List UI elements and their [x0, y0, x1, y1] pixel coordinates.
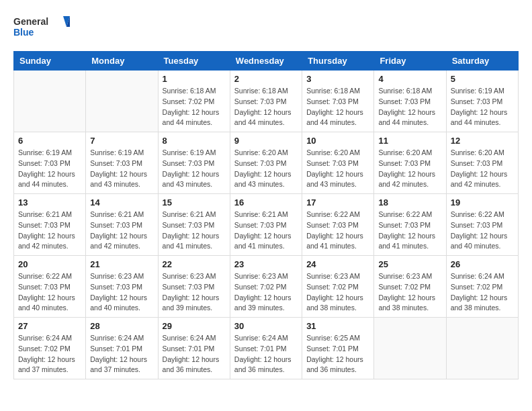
day-number: 2 — [234, 74, 298, 84]
day-detail: Sunrise: 6:23 AM Sunset: 7:02 PM Dayligh… — [378, 271, 441, 314]
day-detail: Sunrise: 6:22 AM Sunset: 7:03 PM Dayligh… — [18, 271, 81, 314]
calendar-cell: 5Sunrise: 6:19 AM Sunset: 7:03 PM Daylig… — [446, 71, 518, 132]
day-number: 8 — [163, 136, 226, 146]
day-number: 4 — [378, 74, 441, 84]
calendar-cell: 30Sunrise: 6:24 AM Sunset: 7:01 PM Dayli… — [230, 318, 302, 379]
calendar-cell: 23Sunrise: 6:23 AM Sunset: 7:02 PM Dayli… — [230, 256, 302, 318]
day-detail: Sunrise: 6:19 AM Sunset: 7:03 PM Dayligh… — [451, 86, 514, 128]
day-detail: Sunrise: 6:20 AM Sunset: 7:03 PM Dayligh… — [378, 148, 441, 190]
page-header: General Blue — [13, 13, 519, 40]
day-detail: Sunrise: 6:24 AM Sunset: 7:02 PM Dayligh… — [451, 271, 514, 314]
calendar-cell: 4Sunrise: 6:18 AM Sunset: 7:03 PM Daylig… — [374, 71, 446, 132]
day-detail: Sunrise: 6:25 AM Sunset: 7:01 PM Dayligh… — [306, 333, 369, 375]
logo: General Blue — [13, 13, 74, 40]
calendar-cell: 29Sunrise: 6:24 AM Sunset: 7:01 PM Dayli… — [158, 318, 230, 379]
day-detail: Sunrise: 6:21 AM Sunset: 7:03 PM Dayligh… — [163, 210, 226, 252]
day-header-wednesday: Wednesday — [230, 52, 302, 71]
day-number: 15 — [163, 197, 226, 208]
day-detail: Sunrise: 6:20 AM Sunset: 7:03 PM Dayligh… — [306, 148, 369, 190]
svg-text:Blue: Blue — [13, 27, 34, 38]
day-number: 21 — [90, 259, 153, 269]
day-number: 13 — [18, 197, 81, 208]
calendar-cell: 22Sunrise: 6:23 AM Sunset: 7:03 PM Dayli… — [158, 256, 230, 318]
day-number: 24 — [306, 259, 369, 269]
calendar-cell: 3Sunrise: 6:18 AM Sunset: 7:03 PM Daylig… — [302, 71, 374, 132]
day-detail: Sunrise: 6:23 AM Sunset: 7:02 PM Dayligh… — [234, 271, 298, 314]
calendar-cell: 31Sunrise: 6:25 AM Sunset: 7:01 PM Dayli… — [302, 318, 374, 379]
day-header-tuesday: Tuesday — [158, 52, 230, 71]
day-number: 19 — [451, 197, 514, 208]
day-detail: Sunrise: 6:20 AM Sunset: 7:03 PM Dayligh… — [451, 148, 514, 190]
day-number: 7 — [90, 136, 153, 146]
day-number: 31 — [306, 321, 369, 331]
calendar-cell: 2Sunrise: 6:18 AM Sunset: 7:03 PM Daylig… — [230, 71, 302, 132]
calendar-cell — [446, 318, 518, 379]
day-detail: Sunrise: 6:19 AM Sunset: 7:03 PM Dayligh… — [90, 148, 153, 190]
calendar-cell: 20Sunrise: 6:22 AM Sunset: 7:03 PM Dayli… — [14, 256, 86, 318]
day-number: 30 — [234, 321, 298, 331]
day-detail: Sunrise: 6:20 AM Sunset: 7:03 PM Dayligh… — [234, 148, 298, 190]
day-detail: Sunrise: 6:24 AM Sunset: 7:01 PM Dayligh… — [90, 333, 153, 375]
day-detail: Sunrise: 6:24 AM Sunset: 7:01 PM Dayligh… — [163, 333, 226, 375]
day-detail: Sunrise: 6:18 AM Sunset: 7:03 PM Dayligh… — [378, 86, 441, 128]
day-header-row: SundayMondayTuesdayWednesdayThursdayFrid… — [14, 52, 519, 71]
day-detail: Sunrise: 6:23 AM Sunset: 7:03 PM Dayligh… — [163, 271, 226, 314]
day-number: 22 — [163, 259, 226, 269]
day-header-monday: Monday — [86, 52, 158, 71]
calendar-cell: 1Sunrise: 6:18 AM Sunset: 7:02 PM Daylig… — [158, 71, 230, 132]
calendar-cell: 27Sunrise: 6:24 AM Sunset: 7:02 PM Dayli… — [14, 318, 86, 379]
calendar-cell: 6Sunrise: 6:19 AM Sunset: 7:03 PM Daylig… — [14, 132, 86, 194]
calendar-cell: 8Sunrise: 6:19 AM Sunset: 7:03 PM Daylig… — [158, 132, 230, 194]
logo-svg: General Blue — [13, 13, 74, 40]
day-number: 9 — [234, 136, 298, 146]
week-row-4: 20Sunrise: 6:22 AM Sunset: 7:03 PM Dayli… — [14, 256, 519, 318]
day-number: 27 — [18, 321, 81, 331]
day-detail: Sunrise: 6:19 AM Sunset: 7:03 PM Dayligh… — [18, 148, 81, 190]
day-detail: Sunrise: 6:21 AM Sunset: 7:03 PM Dayligh… — [90, 210, 153, 252]
calendar-cell: 7Sunrise: 6:19 AM Sunset: 7:03 PM Daylig… — [86, 132, 158, 194]
day-number: 28 — [90, 321, 153, 331]
calendar-cell: 12Sunrise: 6:20 AM Sunset: 7:03 PM Dayli… — [446, 132, 518, 194]
calendar-cell: 18Sunrise: 6:22 AM Sunset: 7:03 PM Dayli… — [374, 194, 446, 256]
day-header-sunday: Sunday — [14, 52, 86, 71]
day-number: 6 — [18, 136, 81, 146]
calendar-cell: 24Sunrise: 6:23 AM Sunset: 7:02 PM Dayli… — [302, 256, 374, 318]
day-number: 23 — [234, 259, 298, 269]
day-detail: Sunrise: 6:23 AM Sunset: 7:03 PM Dayligh… — [90, 271, 153, 314]
day-number: 17 — [306, 197, 369, 208]
day-detail: Sunrise: 6:19 AM Sunset: 7:03 PM Dayligh… — [163, 148, 226, 190]
day-number: 29 — [163, 321, 226, 331]
day-number: 1 — [163, 74, 226, 84]
day-number: 10 — [306, 136, 369, 146]
calendar-cell: 21Sunrise: 6:23 AM Sunset: 7:03 PM Dayli… — [86, 256, 158, 318]
day-detail: Sunrise: 6:18 AM Sunset: 7:03 PM Dayligh… — [306, 86, 369, 128]
day-number: 14 — [90, 197, 153, 208]
day-detail: Sunrise: 6:24 AM Sunset: 7:01 PM Dayligh… — [234, 333, 298, 375]
day-number: 12 — [451, 136, 514, 146]
calendar-cell: 14Sunrise: 6:21 AM Sunset: 7:03 PM Dayli… — [86, 194, 158, 256]
day-number: 11 — [378, 136, 441, 146]
day-detail: Sunrise: 6:18 AM Sunset: 7:03 PM Dayligh… — [234, 86, 298, 128]
week-row-3: 13Sunrise: 6:21 AM Sunset: 7:03 PM Dayli… — [14, 194, 519, 256]
day-number: 25 — [378, 259, 441, 269]
day-header-thursday: Thursday — [302, 52, 374, 71]
week-row-2: 6Sunrise: 6:19 AM Sunset: 7:03 PM Daylig… — [14, 132, 519, 194]
day-header-saturday: Saturday — [446, 52, 518, 71]
day-detail: Sunrise: 6:18 AM Sunset: 7:02 PM Dayligh… — [163, 86, 226, 128]
calendar-cell — [374, 318, 446, 379]
calendar-cell — [86, 71, 158, 132]
calendar-cell: 19Sunrise: 6:22 AM Sunset: 7:03 PM Dayli… — [446, 194, 518, 256]
day-number: 5 — [451, 74, 514, 84]
day-detail: Sunrise: 6:24 AM Sunset: 7:02 PM Dayligh… — [18, 333, 81, 375]
day-detail: Sunrise: 6:22 AM Sunset: 7:03 PM Dayligh… — [306, 210, 369, 252]
calendar-cell: 26Sunrise: 6:24 AM Sunset: 7:02 PM Dayli… — [446, 256, 518, 318]
day-header-friday: Friday — [374, 52, 446, 71]
calendar-cell: 15Sunrise: 6:21 AM Sunset: 7:03 PM Dayli… — [158, 194, 230, 256]
day-detail: Sunrise: 6:21 AM Sunset: 7:03 PM Dayligh… — [234, 210, 298, 252]
calendar-cell: 17Sunrise: 6:22 AM Sunset: 7:03 PM Dayli… — [302, 194, 374, 256]
day-detail: Sunrise: 6:23 AM Sunset: 7:02 PM Dayligh… — [306, 271, 369, 314]
week-row-1: 1Sunrise: 6:18 AM Sunset: 7:02 PM Daylig… — [14, 71, 519, 132]
calendar-table: SundayMondayTuesdayWednesdayThursdayFrid… — [13, 51, 519, 379]
day-number: 20 — [18, 259, 81, 269]
calendar-cell: 10Sunrise: 6:20 AM Sunset: 7:03 PM Dayli… — [302, 132, 374, 194]
